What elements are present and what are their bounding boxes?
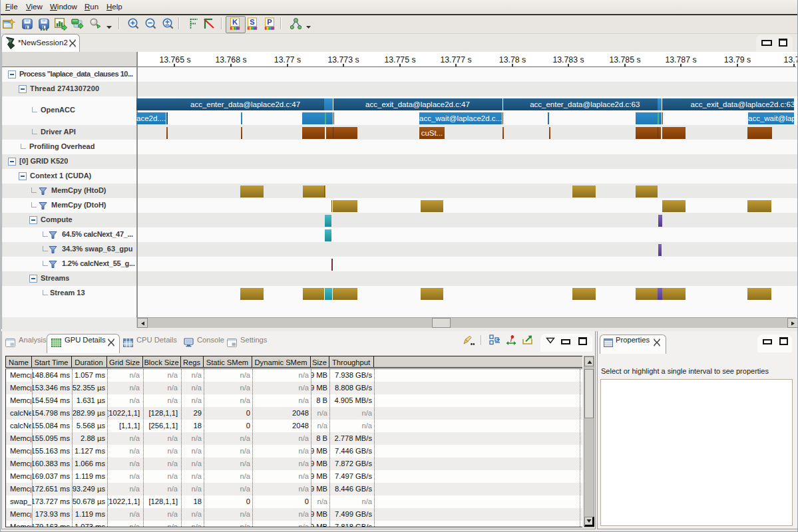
- svg-text:S: S: [250, 18, 254, 26]
- svg-text:K: K: [232, 18, 238, 26]
- svg-text:P: P: [267, 18, 272, 26]
